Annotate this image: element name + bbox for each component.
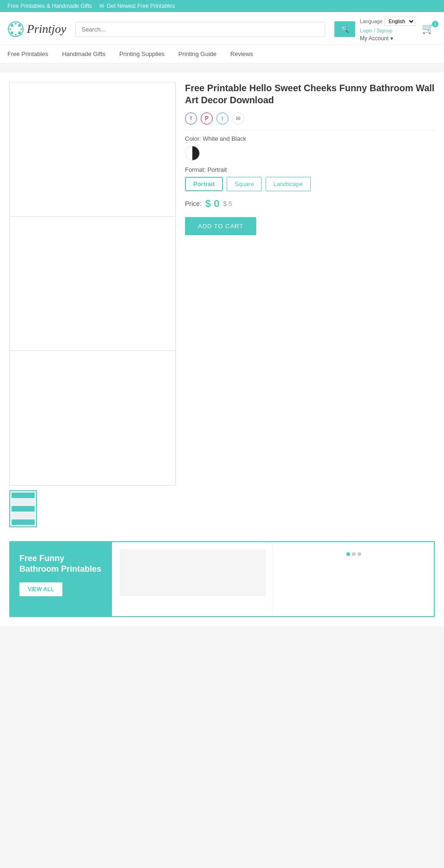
facebook-share-button[interactable]: f: [185, 112, 197, 125]
header-controls: Language English Login / Signup My Accou…: [360, 17, 415, 42]
view-all-button[interactable]: VIEW ALL: [19, 582, 62, 596]
dot-1[interactable]: [346, 552, 350, 556]
nav-item-reviews[interactable]: Reviews: [230, 45, 253, 63]
thumbnail-strip: [9, 490, 176, 527]
card-image-1: [120, 550, 265, 596]
email-share-button[interactable]: ✉: [232, 112, 244, 125]
product-layout: Free Printable Hello Sweet Cheeks Funny …: [9, 82, 435, 527]
dot-2[interactable]: [352, 552, 356, 556]
thumbnail-1[interactable]: [9, 490, 37, 527]
nav-item-printing-guide[interactable]: Printing Guide: [179, 45, 216, 63]
top-bar-title: Free Printables & Handmade Gifts: [7, 3, 92, 9]
language-label: Language: [360, 19, 382, 24]
nav-item-printing-supplies[interactable]: Printing Supplies: [119, 45, 165, 63]
color-half-white: [185, 146, 192, 160]
cart-button[interactable]: 🛒 1: [422, 23, 437, 36]
nav-item-handmade-gifts[interactable]: Handmade Gifts: [62, 45, 105, 63]
chevron-down-icon: ▾: [390, 35, 393, 42]
navigation: Free Printables Handmade Gifts Printing …: [0, 45, 444, 63]
image-slot-1: [10, 82, 175, 217]
pagination-dots: [281, 550, 426, 559]
logo[interactable]: Printjoy: [7, 21, 66, 37]
bottom-card-2[interactable]: [273, 542, 434, 616]
search-input[interactable]: [75, 22, 325, 37]
search-bar: [75, 22, 325, 37]
top-bar-cta[interactable]: ✉ Get Newest Free Printables: [99, 3, 175, 9]
image-slot-2: [10, 217, 175, 351]
language-select[interactable]: English: [384, 17, 415, 26]
format-label: Format: Portrait: [185, 166, 435, 173]
svg-point-2: [18, 24, 21, 27]
product-info: Free Printable Hello Sweet Cheeks Funny …: [185, 82, 435, 527]
bottom-left-panel: Free Funny Bathroom Printables VIEW ALL: [10, 542, 112, 616]
add-to-cart-button[interactable]: ADD TO CART: [185, 217, 256, 235]
language-row: Language English: [360, 17, 415, 26]
logo-text: Printjoy: [27, 22, 66, 36]
svg-point-7: [9, 28, 11, 30]
format-portrait-button[interactable]: Portrait: [185, 177, 223, 191]
search-button[interactable]: 🔍: [334, 21, 355, 37]
bottom-section-title: Free Funny Bathroom Printables: [19, 553, 103, 575]
format-square-button[interactable]: Square: [227, 177, 262, 191]
main-image-area: [9, 82, 176, 486]
product-images: [9, 82, 176, 527]
svg-point-4: [18, 31, 21, 34]
svg-point-5: [15, 23, 17, 25]
price-label: Price:: [185, 200, 202, 207]
cart-badge: 1: [432, 21, 438, 27]
bottom-card-1[interactable]: [112, 542, 273, 616]
logo-icon: [7, 21, 24, 37]
color-swatch[interactable]: [185, 146, 200, 161]
social-icons: f P t ✉: [185, 112, 435, 125]
my-account[interactable]: My Account ▾: [360, 35, 415, 42]
svg-point-1: [11, 24, 13, 27]
bottom-right-panel: [112, 542, 434, 616]
pinterest-share-button[interactable]: P: [201, 112, 213, 125]
price-free: $ 0: [205, 198, 220, 210]
price-original: $ 5: [223, 200, 232, 207]
account-row: Login / Signup: [360, 28, 415, 33]
format-buttons: Portrait Square Landscape: [185, 177, 435, 191]
bottom-section: Free Funny Bathroom Printables VIEW ALL: [9, 541, 435, 617]
color-label: Color: White and Black: [185, 135, 435, 142]
login-link[interactable]: Login / Signup: [360, 28, 392, 33]
color-half-black: [192, 146, 199, 160]
dot-3[interactable]: [358, 552, 361, 556]
twitter-share-button[interactable]: t: [216, 112, 228, 125]
nav-item-free-printables[interactable]: Free Printables: [7, 45, 48, 63]
product-title: Free Printable Hello Sweet Cheeks Funny …: [185, 82, 435, 106]
price-row: Price: $ 0 $ 5: [185, 198, 435, 210]
svg-point-3: [11, 31, 13, 34]
email-icon: ✉: [99, 3, 104, 9]
svg-point-8: [20, 28, 22, 30]
format-landscape-button[interactable]: Landscape: [265, 177, 311, 191]
divider-1: [185, 130, 435, 131]
header: Printjoy 🔍 Language English Login / Sign…: [0, 12, 444, 45]
image-slot-3: [10, 351, 175, 485]
main-content: Free Printable Hello Sweet Cheeks Funny …: [0, 73, 444, 626]
svg-point-6: [15, 34, 17, 36]
top-bar: Free Printables & Handmade Gifts ✉ Get N…: [0, 0, 444, 12]
